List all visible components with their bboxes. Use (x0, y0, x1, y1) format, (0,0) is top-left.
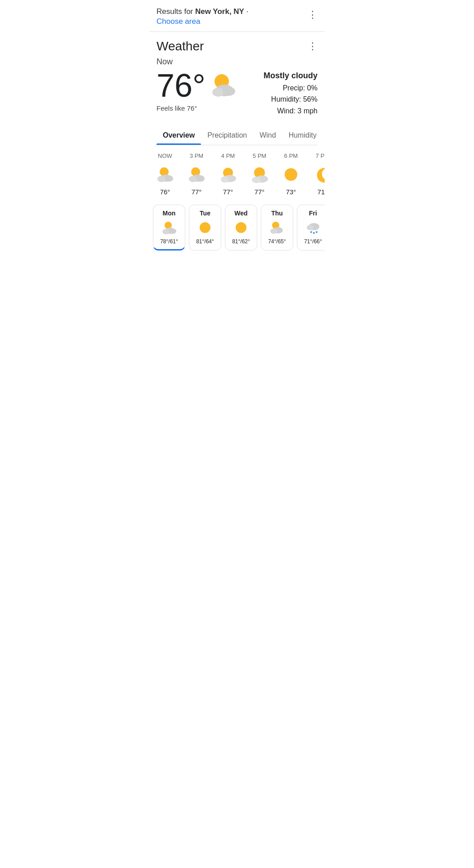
results-header: Results for New York, NY · Choose area ⋮ (149, 0, 325, 32)
svg-point-27 (270, 228, 277, 234)
day-temps-fri: 71°/66° (304, 238, 322, 245)
day-name: Fri (309, 210, 317, 217)
hour-temp: 77° (192, 188, 202, 196)
svg-point-22 (169, 228, 176, 234)
day-temps-tue: 81°/64° (196, 238, 214, 245)
svg-point-21 (162, 229, 170, 234)
current-weather-icon (207, 70, 239, 101)
day-card-fri[interactable]: Fri 71°/66° (297, 205, 325, 251)
day-card-mon[interactable]: Mon 78°/61° (153, 205, 185, 251)
svg-point-2 (212, 88, 224, 97)
hourly-item-4pm: 4 PM 77° (212, 152, 244, 196)
day-name: Mon (163, 210, 176, 217)
hour-label: NOW (158, 152, 172, 159)
weather-details: Mostly cloudy Precip: 0% Humidity: 56% W… (264, 69, 317, 117)
tab-wind[interactable]: Wind (253, 126, 282, 145)
hour-icon-6pm (281, 165, 301, 184)
daily-forecast: Mon 78°/61° Tue 81°/64° Wed 81°/62 (149, 199, 325, 258)
hour-label: 7 PM (316, 152, 325, 159)
weather-title: Weather (157, 39, 204, 54)
hour-label: 3 PM (190, 152, 203, 159)
day-temps-thu: 74°/65° (268, 238, 286, 245)
hour-icon-3pm (187, 165, 206, 184)
hourly-forecast: NOW 76° 3 PM 7 (149, 145, 325, 199)
hourly-item-6pm: 6 PM 73° (275, 152, 307, 196)
hour-icon-7pm (313, 165, 325, 184)
weather-card: Weather ⋮ Now 76° (149, 32, 325, 145)
svg-point-7 (165, 175, 173, 182)
svg-point-6 (157, 176, 165, 182)
hourly-row: NOW 76° 3 PM 7 (149, 152, 325, 196)
humidity-value: Humidity: 56% (264, 94, 317, 105)
separator: · (244, 7, 248, 16)
feels-like: Feels like 76° (157, 104, 239, 112)
header-text-block: Results for New York, NY · Choose area (157, 7, 248, 26)
choose-area-link[interactable]: Choose area (157, 17, 248, 26)
tab-precipitation[interactable]: Precipitation (201, 126, 253, 145)
hour-temp: 71° (317, 188, 325, 196)
day-icon-tue (197, 219, 213, 236)
day-name: Tue (200, 210, 210, 217)
svg-point-18 (285, 168, 297, 181)
svg-point-17 (252, 177, 261, 183)
temp-row: 76° (157, 69, 239, 102)
svg-point-23 (200, 222, 210, 233)
hour-label: 6 PM (284, 152, 298, 159)
weather-header: Weather ⋮ (157, 39, 317, 54)
svg-point-29 (307, 225, 314, 230)
wind-value: Wind: 3 mph (264, 105, 317, 117)
hourly-item-3pm: 3 PM 77° (181, 152, 212, 196)
svg-point-32 (316, 231, 317, 233)
header-more-options-button[interactable]: ⋮ (308, 9, 317, 21)
svg-point-11 (197, 175, 205, 182)
day-name: Thu (271, 210, 283, 217)
hour-icon-5pm (250, 165, 269, 184)
temp-icon-block: 76° Feels like 76° (157, 69, 239, 112)
current-conditions: 76° Feels like 76° Mostly cloudy (157, 69, 317, 117)
day-temps-mon: 78°/61° (160, 238, 178, 245)
hourly-item-now: NOW 76° (149, 152, 181, 196)
hour-temp: 73° (286, 188, 296, 196)
day-icon-wed (233, 219, 249, 236)
tab-humidity[interactable]: Humidity (282, 126, 317, 145)
hour-icon-partly-cloudy (155, 165, 175, 184)
precip-value: Precip: 0% (264, 82, 317, 94)
location-name: New York, NY (195, 7, 244, 16)
day-card-wed[interactable]: Wed 81°/62° (225, 205, 257, 251)
day-icon-mon (161, 219, 177, 236)
hourly-item-5pm: 5 PM 77° (244, 152, 275, 196)
hourly-item-7pm: 7 PM 71° (307, 152, 325, 196)
hour-label: 5 PM (253, 152, 266, 159)
day-temps-wed: 81°/62° (232, 238, 250, 245)
hour-label: 4 PM (221, 152, 235, 159)
hour-temp: 77° (255, 188, 265, 196)
svg-point-14 (221, 176, 229, 183)
hour-icon-4pm (218, 165, 238, 184)
now-label: Now (157, 57, 317, 67)
day-icon-thu (269, 219, 285, 236)
day-card-tue[interactable]: Tue 81°/64° (189, 205, 221, 251)
results-prefix: Results for (157, 7, 195, 16)
day-icon-fri (305, 219, 321, 236)
svg-point-30 (310, 231, 312, 233)
day-card-thu[interactable]: Thu 74°/65° (261, 205, 293, 251)
svg-point-3 (223, 87, 235, 96)
current-temperature: 76° (157, 69, 206, 102)
weather-condition: Mostly cloudy (264, 69, 317, 82)
results-location: Results for New York, NY · (157, 7, 248, 16)
svg-point-10 (189, 176, 197, 182)
hour-temp: 77° (223, 188, 233, 196)
tab-overview[interactable]: Overview (157, 126, 201, 145)
forecast-tabs: Overview Precipitation Wind Humidity (157, 126, 317, 145)
svg-point-24 (236, 222, 246, 233)
svg-point-31 (313, 232, 315, 234)
weather-more-options-button[interactable]: ⋮ (308, 40, 317, 52)
hour-temp: 76° (160, 188, 170, 196)
day-name: Wed (234, 210, 247, 217)
